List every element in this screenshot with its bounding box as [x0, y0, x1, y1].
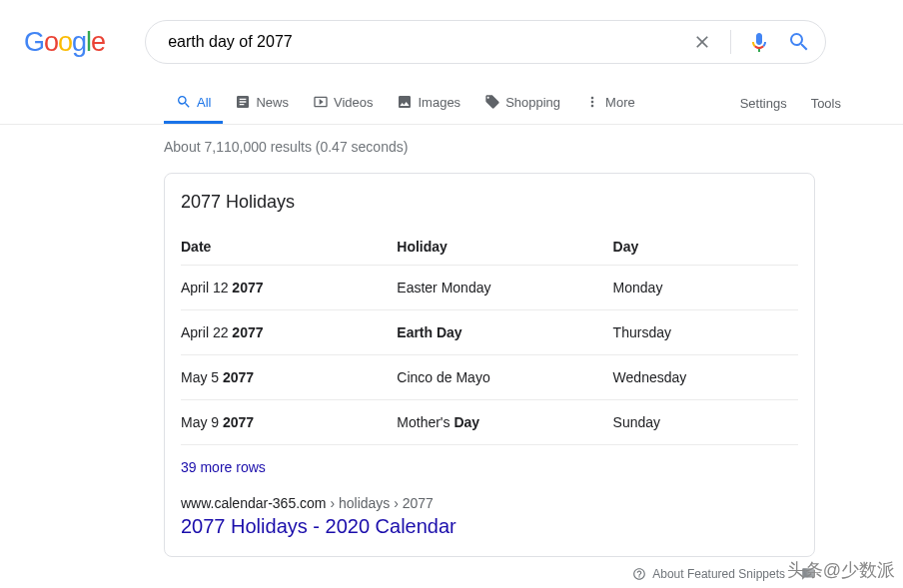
cell-day: Sunday [613, 400, 798, 445]
tab-shopping[interactable]: Shopping [472, 82, 572, 124]
image-icon [397, 94, 413, 110]
search-box [145, 20, 826, 64]
tab-news[interactable]: News [223, 82, 301, 124]
tools-link[interactable]: Tools [811, 84, 841, 122]
result-stats: About 7,110,000 results (0.47 seconds) [164, 125, 815, 173]
more-icon [584, 94, 600, 110]
tab-label: Images [418, 95, 460, 110]
about-featured-snippets[interactable]: About Featured Snippets [164, 567, 815, 581]
tag-icon [484, 94, 500, 110]
table-row: May 9 2077Mother's DaySunday [181, 400, 798, 445]
search-icon[interactable] [787, 30, 811, 54]
video-icon [313, 94, 329, 110]
breadcrumb-site: www.calendar-365.com [181, 495, 327, 511]
settings-link[interactable]: Settings [740, 84, 787, 122]
featured-snippet-card: 2077 Holidays Date Holiday Day April 12 … [164, 173, 815, 557]
th-holiday: Holiday [397, 229, 612, 266]
breadcrumb-path: › holidays › 2077 [327, 495, 434, 511]
tab-label: All [197, 95, 211, 110]
search-icon [176, 94, 192, 110]
cell-date: May 5 2077 [181, 355, 397, 400]
more-rows-link[interactable]: 39 more rows [181, 445, 798, 491]
cell-holiday: Cinco de Mayo [397, 355, 612, 400]
cell-holiday: Mother's Day [397, 400, 612, 445]
about-snippets-label: About Featured Snippets [652, 567, 785, 581]
cell-holiday: Easter Monday [397, 266, 612, 310]
table-row: May 5 2077Cinco de MayoWednesday [181, 355, 798, 400]
result-title-link[interactable]: 2077 Holidays - 2020 Calendar [181, 511, 798, 544]
cell-date: May 9 2077 [181, 400, 397, 445]
tab-label: News [256, 95, 289, 110]
feedback-icon [801, 567, 815, 581]
table-row: April 12 2077Easter MondayMonday [181, 266, 798, 310]
th-date: Date [181, 229, 397, 266]
tab-videos[interactable]: Videos [301, 82, 386, 124]
news-icon [235, 94, 251, 110]
mic-icon[interactable] [747, 30, 771, 54]
tab-all[interactable]: All [164, 82, 223, 124]
search-input[interactable] [166, 32, 690, 52]
card-title: 2077 Holidays [181, 192, 798, 213]
tab-label: Shopping [505, 95, 560, 110]
breadcrumb[interactable]: www.calendar-365.com › holidays › 2077 [181, 491, 798, 511]
table-row: April 22 2077Earth DayThursday [181, 310, 798, 355]
cell-day: Thursday [613, 310, 798, 355]
tab-more[interactable]: More [572, 82, 647, 124]
tab-label: More [605, 95, 635, 110]
clear-icon[interactable] [690, 30, 714, 54]
cell-day: Wednesday [613, 355, 798, 400]
cell-holiday: Earth Day [397, 310, 612, 355]
help-icon [632, 567, 646, 581]
cell-day: Monday [613, 266, 798, 310]
tab-label: Videos [334, 95, 374, 110]
google-logo[interactable]: Google [24, 27, 105, 58]
th-day: Day [613, 229, 798, 266]
cell-date: April 12 2077 [181, 266, 397, 310]
tab-images[interactable]: Images [385, 82, 472, 124]
holidays-table: Date Holiday Day April 12 2077Easter Mon… [181, 229, 798, 445]
cell-date: April 22 2077 [181, 310, 397, 355]
divider [730, 30, 731, 54]
